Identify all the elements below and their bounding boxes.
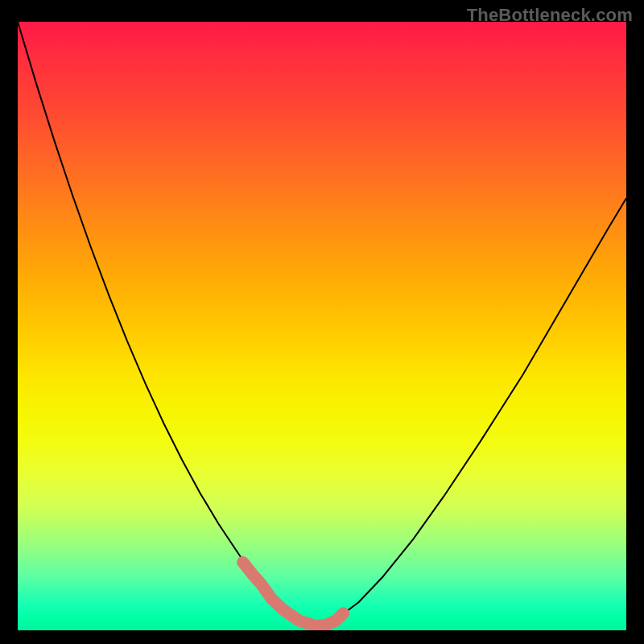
chart-container: TheBottleneck.com <box>0 0 644 644</box>
plot-frame <box>18 22 626 630</box>
plot-area <box>18 22 626 630</box>
curve-layer <box>18 22 626 630</box>
salmon-highlight <box>243 562 344 625</box>
watermark-text: TheBottleneck.com <box>467 5 633 26</box>
black-curve <box>18 22 626 626</box>
